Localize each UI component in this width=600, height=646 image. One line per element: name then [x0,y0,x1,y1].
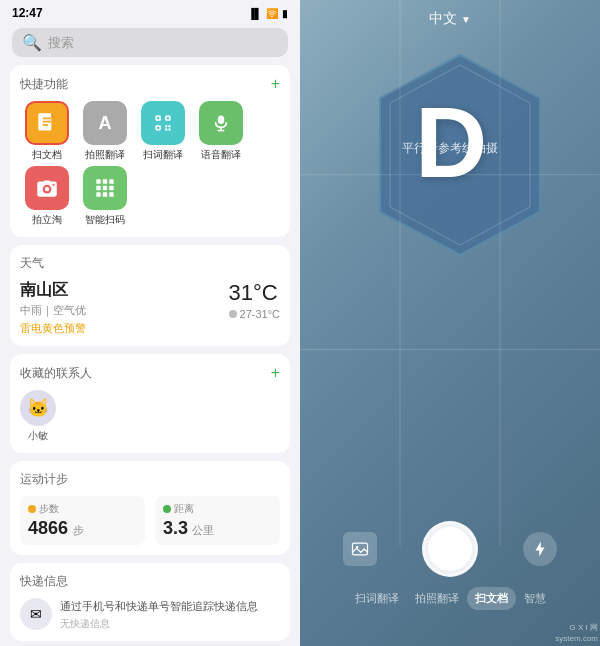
svg-rect-20 [44,180,51,183]
svg-rect-37 [352,543,367,555]
steps-label-text: 步数 [39,502,59,516]
photo-shop-icon [25,166,69,210]
contact-item[interactable]: 🐱 小敏 [20,390,56,443]
svg-rect-22 [96,179,100,183]
svg-rect-26 [103,186,107,190]
distance-label: 距离 [163,502,272,516]
shutter-button[interactable] [422,521,478,577]
photo-trans-icon: A [83,101,127,145]
weather-range-text: 27-31°C [240,308,280,320]
voice-trans-label: 语音翻译 [201,148,241,162]
svg-rect-9 [157,127,159,129]
svg-rect-23 [103,179,107,183]
distance-value: 3.3 [163,518,188,538]
svg-rect-3 [43,124,48,126]
photo-trans-label: 拍照翻译 [85,148,125,162]
qf-photo-shop[interactable]: 拍立淘 [20,166,74,227]
tab-smart[interactable]: 智慧 [516,587,554,610]
guide-text: 平行于参考线拍摄 [300,140,600,157]
distance-card: 距离 3.3 公里 [155,496,280,545]
weather-temp: 31°C [229,280,280,306]
status-icons: ▐▌ 🛜 ▮ [248,8,288,19]
qf-scan-doc[interactable]: 扫文档 [20,101,74,162]
qf-voice-trans[interactable]: 语音翻译 [194,101,248,162]
svg-rect-10 [165,125,167,127]
watermark-text: G X I 网 [570,623,598,632]
express-header: 快递信息 [20,573,280,590]
weather-city: 南山区 [20,280,86,301]
quick-functions-header: 快捷功能 + [20,75,280,93]
photo-trans-letter: A [99,113,112,134]
weather-title: 天气 [20,255,44,272]
scan-doc-icon [25,101,69,145]
weather-section: 天气 南山区 中雨｜空气优 雷电黄色预警 31°C 27-31°C [10,245,290,346]
svg-rect-30 [109,192,113,196]
contacts-add[interactable]: + [271,364,280,382]
left-panel: 12:47 ▐▌ 🛜 ▮ 🔍 搜索 快捷功能 + [0,0,300,646]
express-desc: 通过手机号和快递单号智能追踪快递信息 [60,598,258,615]
flash-button[interactable] [523,532,557,566]
svg-rect-25 [96,186,100,190]
qf-photo-trans[interactable]: A 拍照翻译 [78,101,132,162]
gallery-button[interactable] [343,532,377,566]
smart-scan-label: 智能扫码 [85,213,125,227]
steps-label: 步数 [28,502,137,516]
quick-functions-add[interactable]: + [271,75,280,93]
svg-rect-2 [43,121,52,123]
distance-value-row: 3.3 公里 [163,518,272,539]
camera-tabs: 扫词翻译 拍照翻译 扫文档 智慧 [300,587,600,610]
svg-rect-11 [168,125,170,127]
search-icon: 🔍 [22,33,42,52]
weather-right: 31°C 27-31°C [229,280,280,320]
steps-row: 步数 4866 步 距离 3.3 公里 [20,496,280,545]
distance-dot [163,505,171,513]
qf-smart-scan[interactable]: 智能扫码 [78,166,132,227]
camera-buttons-row [300,521,600,577]
wifi-icon: 🛜 [266,8,278,19]
scan-trans-icon [141,101,185,145]
smart-scan-icon [83,166,127,210]
weather-desc: 中雨｜空气优 [20,303,86,318]
express-sub: 无快递信息 [60,617,258,631]
voice-trans-icon [199,101,243,145]
left-content: 快捷功能 + 扫文档 [0,65,300,646]
tab-scan-doc[interactable]: 扫文档 [467,587,516,610]
weather-range: 27-31°C [229,308,280,320]
contacts-section: 收藏的联系人 + 🐱 小敏 [10,354,290,453]
express-info: 通过手机号和快递单号智能追踪快递信息 无快递信息 [60,598,258,631]
search-bar[interactable]: 🔍 搜索 [12,28,288,57]
lang-text: 中文 [429,10,457,28]
svg-rect-27 [109,186,113,190]
signal-icon: ▐▌ [248,8,262,19]
tab-photo-trans[interactable]: 拍照翻译 [407,587,467,610]
svg-point-21 [52,184,54,186]
contacts-header: 收藏的联系人 + [20,364,280,382]
status-bar: 12:47 ▐▌ 🛜 ▮ [0,0,300,24]
contacts-list: 🐱 小敏 [20,390,280,443]
weather-area: 南山区 中雨｜空气优 雷电黄色预警 31°C 27-31°C [20,280,280,336]
battery-icon: ▮ [282,8,288,19]
express-row: ✉ 通过手机号和快递单号智能追踪快递信息 无快递信息 [20,598,280,631]
svg-rect-12 [165,128,167,130]
svg-rect-8 [167,117,169,119]
photo-shop-label: 拍立淘 [32,213,62,227]
steps-dot [28,505,36,513]
search-placeholder: 搜索 [48,34,74,52]
tab-scan-trans[interactable]: 扫词翻译 [347,587,407,610]
steps-unit: 步 [73,524,84,536]
steps-value-row: 4866 步 [28,518,137,539]
svg-rect-24 [109,179,113,183]
quick-functions-title: 快捷功能 [20,76,68,93]
contact-avatar: 🐱 [20,390,56,426]
quick-functions-section: 快捷功能 + 扫文档 [10,65,290,237]
watermark-domain: system.com [555,634,598,643]
express-section: 快递信息 ✉ 通过手机号和快递单号智能追踪快递信息 无快递信息 [10,563,290,641]
contact-name: 小敏 [28,429,48,443]
scan-trans-label: 扫词翻译 [143,148,183,162]
shutter-inner [428,527,472,571]
distance-label-text: 距离 [174,502,194,516]
lang-selector[interactable]: 中文 ▼ [429,10,471,28]
steps-card: 步数 4866 步 [20,496,145,545]
qf-scan-trans[interactable]: 扫词翻译 [136,101,190,162]
lang-arrow-icon: ▼ [461,14,471,25]
